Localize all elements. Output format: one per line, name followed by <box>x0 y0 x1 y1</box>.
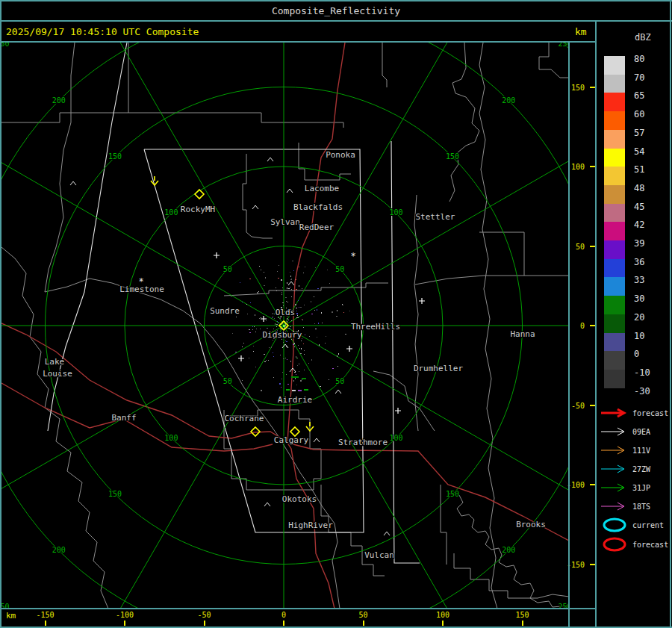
map-boundary-line <box>224 283 388 296</box>
radar-echo-speckle <box>278 323 279 323</box>
city-label: Limestone <box>119 285 164 294</box>
cross-marker <box>419 298 425 304</box>
radar-echo-speckle <box>303 327 304 328</box>
radar-echo-speckle <box>240 282 240 283</box>
city-label: Okotoks <box>282 494 317 504</box>
radar-echo-speckle <box>275 323 276 325</box>
map-bottom-border-line <box>0 608 596 609</box>
map-boundary-line <box>415 276 568 285</box>
radar-echo-speckle <box>299 307 299 308</box>
radar-echo-speckle <box>264 361 266 362</box>
colorbar-block-45 <box>604 204 625 223</box>
bottom-axis-tick-label: 100 <box>436 611 449 619</box>
map-boundary-line <box>454 553 568 598</box>
radar-echo-speckle <box>304 305 305 305</box>
right-axis-tick-label: 50 <box>576 242 585 250</box>
window-title: Composite_Reflectivity <box>272 5 400 16</box>
radar-echo-speckle <box>282 372 283 373</box>
city-label: ThreeHills <box>351 322 400 332</box>
colorbar-label: 54 <box>634 146 644 157</box>
ellipse-icon <box>600 517 632 532</box>
radar-echo-speckle <box>293 380 294 382</box>
radar-echo-speckle <box>271 346 272 348</box>
colorbar-block-20 <box>604 314 625 333</box>
colorbar-block-57 <box>604 130 625 149</box>
map-boundary-line <box>243 154 273 238</box>
bottom-axis-tick-label: 150 <box>515 611 529 619</box>
legend-item-09EA: 09EA <box>597 424 671 439</box>
legend-label: forecast <box>632 541 668 549</box>
radar-echo-speckle <box>309 336 310 337</box>
radar-echo-speckle <box>243 343 244 343</box>
colorbar-block-80 <box>604 56 625 75</box>
range-ring-label: 50 <box>223 377 232 385</box>
frame-top-line <box>0 0 672 1</box>
colorbar-block-60 <box>604 111 625 130</box>
radar-echo-dash <box>302 378 306 379</box>
radar-echo-speckle <box>329 283 330 284</box>
legend-item-111V: 111V <box>597 443 671 458</box>
range-ring-label: 50 <box>335 377 344 385</box>
scale-legend-panel: dBZ 807065605754514845423936333020100-10… <box>597 22 671 627</box>
radar-echo-speckle <box>264 272 264 273</box>
radar-echo-speckle <box>285 297 287 298</box>
radar-echo-speckle <box>315 267 316 268</box>
radar-echo-speckle <box>291 296 292 297</box>
legend-label: 31JP <box>632 484 650 492</box>
station-diamond-marker <box>251 427 260 436</box>
radar-echo-speckle <box>296 311 297 311</box>
radar-echo-speckle <box>283 358 284 359</box>
radar-echo-speckle <box>349 311 350 311</box>
radar-echo-speckle <box>337 310 337 311</box>
radar-echo-speckle <box>299 364 299 365</box>
legend-label: 18TS <box>632 503 650 511</box>
range-ring-label: 50 <box>335 265 344 273</box>
radar-echo-speckle <box>246 304 247 305</box>
range-ring-label: 200 <box>52 546 66 554</box>
bottom-axis-tick <box>45 621 46 626</box>
radar-echo-speckle <box>278 317 279 318</box>
radar-echo-speckle <box>249 332 251 333</box>
city-label: Strathmore <box>338 438 388 447</box>
radar-echo-speckle <box>304 354 305 355</box>
info-bar: 2025/09/17 10:45:10 UTC Composite km <box>0 22 595 41</box>
radar-echo-speckle <box>235 352 237 352</box>
caret-marker <box>282 344 288 348</box>
legend-arrow-icon <box>600 443 632 461</box>
radar-map-canvas[interactable]: 5050505010010010010015015015015020020020… <box>1 43 568 608</box>
radar-echo-speckle <box>337 366 338 367</box>
radar-echo-speckle <box>296 385 297 385</box>
city-label: Drumheller <box>414 364 464 373</box>
colorbar-label: 51 <box>634 164 644 175</box>
colorbar-block-30 <box>604 296 625 314</box>
colorbar-block-0 <box>604 351 625 370</box>
radar-echo-speckle <box>319 344 320 346</box>
radar-echo-speckle <box>279 318 281 319</box>
radar-echo-speckle <box>282 287 283 288</box>
radar-echo-speckle <box>314 310 315 311</box>
colorbar-label: 65 <box>634 90 644 101</box>
radar-echo-speckle <box>288 320 289 320</box>
right-axis-tick-label: 100 <box>571 163 585 171</box>
map-boundary-line <box>299 143 351 180</box>
city-label: Stettler <box>416 212 455 222</box>
range-ring-label: 200 <box>52 96 66 105</box>
city-label: Brooks <box>516 520 546 529</box>
legend-item-forecast: forecast <box>597 537 671 552</box>
city-label: Banff <box>111 413 136 423</box>
radar-echo-speckle <box>296 313 298 314</box>
radar-echo-speckle <box>281 292 282 293</box>
city-label: Calgary <box>274 435 309 445</box>
colorbar-label: 45 <box>634 202 644 212</box>
caret-marker <box>335 390 341 394</box>
colorbar-block-39 <box>604 240 625 259</box>
bottom-axis-unit-label: km <box>6 611 16 621</box>
radar-echo-speckle <box>304 370 305 370</box>
radar-echo-speckle <box>282 323 283 324</box>
radar-echo-speckle <box>317 288 319 289</box>
map-boundary-line <box>449 43 479 202</box>
radar-echo-speckle <box>290 272 290 273</box>
radar-echo-speckle <box>273 317 273 317</box>
radar-echo-speckle <box>317 309 317 311</box>
legend-item-forecast: forecast <box>597 405 671 420</box>
